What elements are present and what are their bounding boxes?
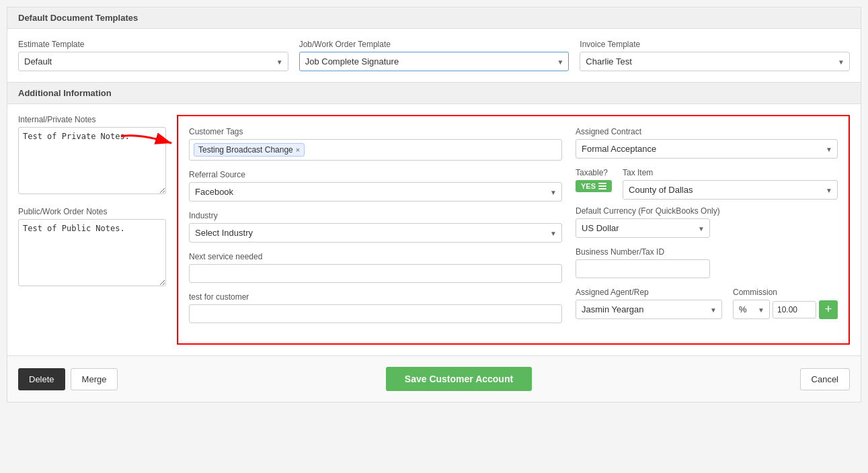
industry-field: Industry Select Industry [189, 211, 562, 243]
job-work-order-template-field: Job/Work Order Template Job Complete Sig… [299, 40, 569, 71]
commission-amount-input[interactable]: 10.00 [773, 301, 816, 318]
invoice-template-select[interactable]: Charlie Test [580, 52, 850, 71]
public-notes-textarea[interactable]: Test of Public Notes. [18, 219, 166, 286]
section-header-templates: Default Document Templates [7, 7, 861, 29]
additional-section: Internal/Private Notes Test of Private N… [7, 104, 861, 355]
currency-select[interactable]: US Dollar [576, 218, 710, 238]
commission-group: Commission % $ 10.00 [733, 288, 838, 319]
doc-templates-section: Estimate Template Default Job/Work Order… [7, 29, 861, 83]
industry-select-wrapper: Select Industry [189, 223, 562, 243]
assigned-contract-field: Assigned Contract Formal Acceptance [576, 127, 838, 159]
next-service-label: Next service needed [189, 252, 562, 261]
internal-notes-field: Internal/Private Notes Test of Private N… [18, 115, 166, 196]
tag-remove-button[interactable]: × [296, 146, 300, 154]
invoice-template-label: Invoice Template [580, 40, 850, 49]
next-service-field: Next service needed [189, 252, 562, 283]
yes-text: YES [581, 182, 596, 190]
taxable-label: Taxable? [576, 168, 612, 177]
job-work-order-label: Job/Work Order Template [299, 40, 569, 49]
agent-select[interactable]: Jasmin Yeargan [576, 300, 722, 319]
referral-source-select[interactable]: Facebook [189, 182, 562, 202]
right-panel-left: Customer Tags Testing Broadcast Change ×… [189, 127, 562, 333]
estimate-template-field: Estimate Template Default [18, 40, 288, 71]
job-work-order-select[interactable]: Job Complete Signature [299, 52, 569, 71]
left-column: Internal/Private Notes Test of Private N… [18, 115, 166, 345]
public-notes-field: Public/Work Order Notes Test of Public N… [18, 207, 166, 288]
customer-tags-field: Customer Tags Testing Broadcast Change × [189, 127, 562, 161]
tag-item: Testing Broadcast Change × [194, 143, 305, 157]
customer-tags-label: Customer Tags [189, 127, 562, 136]
internal-notes-label: Internal/Private Notes [18, 115, 166, 124]
templates-row: Estimate Template Default Job/Work Order… [18, 40, 850, 71]
currency-field: Default Currency (For QuickBooks Only) U… [576, 206, 838, 238]
cancel-button[interactable]: Cancel [800, 368, 850, 390]
industry-label: Industry [189, 211, 562, 220]
next-service-input[interactable] [189, 264, 562, 283]
currency-select-wrapper: US Dollar [576, 218, 710, 238]
business-number-label: Business Number/Tax ID [576, 247, 838, 257]
yes-toggle-button[interactable]: YES [576, 180, 612, 192]
toggle-lines-icon [598, 183, 606, 189]
referral-source-select-wrapper: Facebook [189, 182, 562, 202]
right-panel: Customer Tags Testing Broadcast Change ×… [177, 115, 850, 345]
tax-item-select-wrapper: County of Dallas [623, 180, 838, 200]
tags-container[interactable]: Testing Broadcast Change × [189, 139, 562, 161]
test-field: test for customer [189, 292, 562, 323]
currency-label: Default Currency (For QuickBooks Only) [576, 206, 838, 216]
assigned-contract-select[interactable]: Formal Acceptance [576, 139, 838, 159]
invoice-template-select-wrapper: Charlie Test [580, 52, 850, 71]
agent-commission-group: Assigned Agent/Rep Jasmin Yeargan Commis… [576, 288, 838, 319]
business-number-field: Business Number/Tax ID [576, 247, 838, 278]
delete-button[interactable]: Delete [18, 368, 65, 390]
test-field-label: test for customer [189, 292, 562, 302]
referral-source-label: Referral Source [189, 170, 562, 179]
agent-label: Assigned Agent/Rep [576, 288, 722, 297]
assigned-contract-select-wrapper: Formal Acceptance [576, 139, 838, 159]
referral-source-field: Referral Source Facebook [189, 170, 562, 202]
industry-select[interactable]: Select Industry [189, 223, 562, 243]
tax-item-label: Tax Item [623, 168, 838, 177]
estimate-template-label: Estimate Template [18, 40, 288, 49]
assigned-contract-label: Assigned Contract [576, 127, 838, 136]
test-field-input[interactable] [189, 304, 562, 323]
commission-type-select[interactable]: % $ [733, 300, 770, 319]
tax-item-field: Tax Item County of Dallas [623, 168, 838, 200]
commission-label: Commission [733, 288, 838, 297]
save-button[interactable]: Save Customer Account [386, 367, 532, 391]
taxable-field: Taxable? YES [576, 168, 612, 192]
invoice-template-field: Invoice Template Charlie Test [580, 40, 850, 71]
job-work-order-select-wrapper: Job Complete Signature [299, 52, 569, 71]
agent-select-wrapper: Jasmin Yeargan [576, 300, 722, 319]
footer: Delete Merge Save Customer Account Cance… [7, 355, 861, 402]
commission-type-wrapper: % $ [733, 300, 770, 319]
internal-notes-textarea[interactable]: Test of Private Notes. [18, 127, 166, 194]
section-header-additional: Additional Information [7, 83, 861, 104]
public-notes-label: Public/Work Order Notes [18, 207, 166, 216]
estimate-template-select[interactable]: Default [18, 52, 288, 71]
business-number-input[interactable] [576, 259, 710, 278]
merge-button[interactable]: Merge [71, 368, 118, 390]
taxable-row: Taxable? YES [576, 168, 838, 200]
right-panel-inner: Customer Tags Testing Broadcast Change ×… [189, 127, 838, 333]
right-panel-right: Assigned Contract Formal Acceptance Taxa… [576, 127, 838, 333]
page-wrapper: Default Document Templates Estimate Temp… [7, 7, 861, 402]
tax-item-select[interactable]: County of Dallas [623, 180, 838, 200]
add-commission-button[interactable]: + [819, 300, 838, 319]
tag-text: Testing Broadcast Change [198, 145, 293, 155]
estimate-template-select-wrapper: Default [18, 52, 288, 71]
additional-layout: Internal/Private Notes Test of Private N… [18, 115, 850, 345]
footer-left: Delete Merge [18, 368, 118, 390]
agent-field: Assigned Agent/Rep Jasmin Yeargan [576, 288, 722, 319]
